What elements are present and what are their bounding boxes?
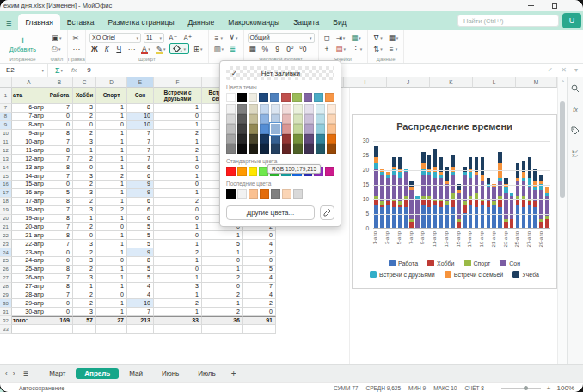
table-cell[interactable]: 9 [127,248,154,257]
theme-tint-swatch[interactable] [327,104,336,114]
theme-tint-swatch[interactable] [271,104,280,114]
column-header-L[interactable]: L [473,77,516,88]
table-cell[interactable]: 2 [154,198,202,206]
row-header-25[interactable]: 25 [0,257,12,266]
more-edit-button[interactable]: ⋯ [71,44,83,54]
theme-tint-swatch[interactable] [237,124,247,134]
table-cell[interactable]: 21-апр [12,231,46,240]
table-cell[interactable]: 0 [96,291,127,300]
insert-column-button[interactable]: ⇥▾ [334,33,347,43]
table-cell[interactable]: 8 [46,215,73,224]
table-cell[interactable] [73,325,96,334]
table-cell[interactable] [202,325,243,334]
recent-color-swatch[interactable] [271,189,280,199]
table-cell[interactable]: 9 [127,181,154,189]
table-cell[interactable]: 27 [96,316,127,325]
theme-tint-swatch[interactable] [249,134,258,144]
column-header-M[interactable]: M [516,77,557,88]
table-cell[interactable]: 7 [127,155,154,163]
table-cell[interactable]: 8 [46,146,73,155]
table-cell[interactable]: 10 [127,113,154,121]
theme-tint-swatch[interactable] [282,104,292,114]
table-cell[interactable]: 1 [154,240,202,248]
theme-tint-swatch[interactable] [260,104,269,114]
table-cell[interactable]: 0 [46,308,73,316]
spellcheck-icon[interactable]: Е✓Х✓ [572,150,579,158]
table-cell[interactable]: 1 [96,146,127,155]
column-header-E[interactable]: E [127,77,154,88]
theme-tint-swatch[interactable] [237,114,247,125]
theme-tint-swatch[interactable] [327,114,336,125]
italic-button[interactable]: К [102,44,112,54]
row-header-10[interactable]: 10 [0,130,12,138]
table-cell[interactable] [127,325,154,334]
table-cell[interactable]: 91 [243,316,276,325]
table-cell[interactable]: 4 [243,274,276,283]
row-header-17[interactable]: 17 [0,189,12,198]
chart-card[interactable]: Распределение времени 051015202530 1-апр… [352,114,557,289]
table-cell[interactable]: 3 [73,308,96,316]
row-header-31[interactable]: 31 [0,308,12,316]
table-cell[interactable]: 1 [96,138,127,147]
vertical-scrollbar[interactable]: ⌃ [557,77,567,364]
table-cell[interactable]: 0 [73,231,96,240]
insert-function-button[interactable]: fx [71,66,77,74]
column-header-A[interactable]: A [12,77,46,88]
menu-tab[interactable]: Макрокоманды [221,15,286,30]
table-cell[interactable]: 2 [73,266,96,274]
maximize-button[interactable] [550,2,559,10]
theme-tint-swatch[interactable] [304,104,314,114]
table-cell[interactable]: 1 [73,283,96,291]
table-cell[interactable]: 0 [96,223,127,231]
table-cell[interactable]: 3 [73,138,96,147]
theme-tint-swatch[interactable] [249,104,258,114]
recent-color-swatch[interactable] [260,189,269,199]
table-cell[interactable]: 2 [202,291,243,300]
menu-tab[interactable]: Вид [326,15,353,30]
table-cell[interactable]: 2 [73,299,96,308]
column-header-I[interactable]: I [344,77,387,88]
column-header-D[interactable]: D [96,77,127,88]
row-header-9[interactable]: 9 [0,121,12,130]
table-cell[interactable]: 1 [96,163,127,172]
theme-color-swatch[interactable] [304,93,313,102]
table-cell[interactable]: 1 [96,274,127,283]
theme-tint-swatch[interactable] [249,114,258,125]
decrease-decimal-button[interactable]: ⁰0 [298,44,308,54]
decrease-font-button[interactable]: A⁻ [167,33,179,43]
table-cell[interactable]: 0 [46,121,73,130]
table-cell[interactable]: 22-апр [12,240,46,248]
table-cell[interactable]: 1 [154,138,202,147]
theme-tint-swatch[interactable] [293,104,303,114]
font-family-select[interactable]: XO Oriel▾ [89,33,141,43]
table-cell[interactable]: 1 [154,223,202,231]
table-cell[interactable]: 26-апр [12,274,46,283]
table-cell[interactable]: 1 [154,308,202,316]
row-header-28[interactable]: 28 [0,283,12,291]
theme-color-swatch[interactable] [226,93,236,102]
functions-icon[interactable]: fx [573,107,577,112]
format-painter-button[interactable]: ▥▾ [212,44,226,54]
table-cell[interactable]: 30-апр [12,308,46,316]
percent-format-button[interactable]: % [261,44,271,54]
table-cell[interactable]: 0 [73,121,96,130]
theme-tint-swatch[interactable] [237,134,247,144]
menu-tab[interactable]: Вставка [60,15,101,30]
next-sheet-icon[interactable]: › [13,370,15,377]
table-cell[interactable]: 12-апр [12,155,46,163]
table-cell[interactable]: 7 [46,104,73,113]
column-header-J[interactable]: J [387,77,430,88]
table-cell[interactable]: 1 [96,240,127,248]
delete-cells-button[interactable]: ▤▾ [334,44,348,54]
cut-button[interactable]: ✂ [71,33,81,43]
table-cell[interactable]: 5 [127,231,154,240]
row-header-8[interactable]: 8 [0,113,12,121]
theme-tint-swatch[interactable] [226,104,236,114]
table-cell[interactable]: 13-апр [12,163,46,172]
filter-button[interactable]: ∇▾ [371,33,384,43]
table-cell[interactable]: 2 [202,274,243,283]
table-cell[interactable]: 1 [96,181,127,189]
general-number-button[interactable]: 9 [273,44,282,54]
theme-color-swatch[interactable] [314,93,323,102]
sheet-tab[interactable]: Июнь [153,368,187,379]
